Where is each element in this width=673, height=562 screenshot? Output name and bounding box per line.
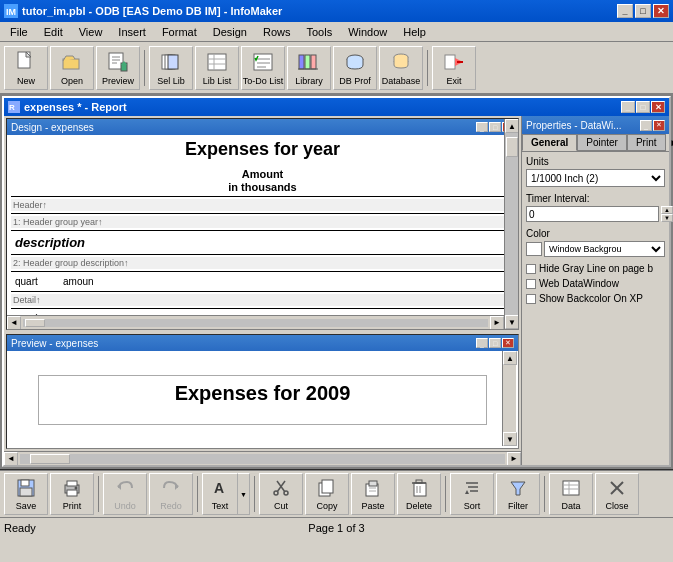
preview-close[interactable]: ✕: [502, 338, 514, 348]
text-button[interactable]: A Text: [202, 473, 238, 515]
menu-rows[interactable]: Rows: [255, 24, 299, 40]
vscroll-thumb[interactable]: [506, 137, 518, 157]
exit-button[interactable]: Exit: [432, 46, 476, 90]
cut-button[interactable]: Cut: [259, 473, 303, 515]
preview-vscroll-down[interactable]: ▼: [503, 432, 517, 446]
show-backcolor-checkbox[interactable]: [526, 294, 536, 304]
quart-row: quart amoun: [11, 274, 514, 289]
preview-vscrollbar[interactable]: ▲ ▼: [502, 351, 516, 446]
menu-view[interactable]: View: [71, 24, 111, 40]
cut-label: Cut: [274, 501, 288, 511]
svg-point-46: [284, 491, 288, 495]
data-button[interactable]: Data: [549, 473, 593, 515]
report-window: R expenses * - Report _ □ ✕ Design - exp…: [2, 96, 671, 467]
main-hscroll-thumb[interactable]: [30, 454, 70, 464]
svg-marker-62: [511, 482, 525, 495]
database-button[interactable]: Database: [379, 46, 423, 90]
timer-down[interactable]: ▼: [661, 214, 673, 222]
todo-label: To-Do List: [243, 76, 284, 86]
menu-insert[interactable]: Insert: [110, 24, 154, 40]
redo-button[interactable]: Redo: [149, 473, 193, 515]
report-maximize[interactable]: □: [636, 101, 650, 113]
menu-design[interactable]: Design: [205, 24, 255, 40]
maximize-button[interactable]: □: [635, 4, 651, 18]
database-label: Database: [382, 76, 421, 86]
props-close[interactable]: ✕: [653, 120, 665, 131]
design-minimize[interactable]: _: [476, 122, 488, 132]
hscroll-thumb[interactable]: [25, 319, 45, 327]
design-maximize[interactable]: □: [489, 122, 501, 132]
vscroll-up[interactable]: ▲: [505, 119, 519, 133]
timer-row: Timer Interval: ▲ ▼: [526, 193, 665, 222]
hide-gray-checkbox[interactable]: [526, 264, 536, 274]
design-vscrollbar[interactable]: ▲ ▼: [504, 119, 518, 329]
todo-button[interactable]: To-Do List: [241, 46, 285, 90]
lib-list-button[interactable]: Lib List: [195, 46, 239, 90]
library-button[interactable]: Library: [287, 46, 331, 90]
text-dropdown[interactable]: ▼: [238, 473, 250, 515]
vscroll-down[interactable]: ▼: [505, 315, 519, 329]
props-minimize[interactable]: _: [640, 120, 652, 131]
minimize-button[interactable]: _: [617, 4, 633, 18]
header-band-label: Header↑: [11, 199, 514, 211]
menu-edit[interactable]: Edit: [36, 24, 71, 40]
left-panel-hscrollbar[interactable]: ◄ ►: [4, 451, 521, 465]
report-title-text: expenses * - Report: [24, 101, 127, 113]
sel-lib-button[interactable]: Sel Lib: [149, 46, 193, 90]
close-bottom-button[interactable]: Close: [595, 473, 639, 515]
web-dw-checkbox[interactable]: [526, 279, 536, 289]
new-button[interactable]: New: [4, 46, 48, 90]
sort-button[interactable]: Sort: [450, 473, 494, 515]
db-prof-button[interactable]: DB Prof: [333, 46, 377, 90]
database-icon: [389, 50, 413, 74]
menu-help[interactable]: Help: [395, 24, 434, 40]
header-group-year-label: 1: Header group year↑: [11, 216, 514, 228]
save-button[interactable]: Save: [4, 473, 48, 515]
print-button[interactable]: Print: [50, 473, 94, 515]
menu-format[interactable]: Format: [154, 24, 205, 40]
preview-minimize[interactable]: _: [476, 338, 488, 348]
open-button[interactable]: Open: [50, 46, 94, 90]
menu-file[interactable]: File: [2, 24, 36, 40]
tab-more[interactable]: ►: [666, 134, 674, 151]
paste-button[interactable]: Paste: [351, 473, 395, 515]
timer-spin: ▲ ▼: [661, 206, 673, 222]
tab-print[interactable]: Print: [627, 134, 666, 151]
undo-button[interactable]: Undo: [103, 473, 147, 515]
color-select[interactable]: Window Backgrou: [544, 241, 665, 257]
preview-vscroll-up[interactable]: ▲: [503, 351, 517, 365]
units-select[interactable]: 1/1000 Inch (2): [526, 169, 665, 187]
amount-line1: Amount: [11, 168, 514, 181]
tab-general[interactable]: General: [522, 134, 577, 151]
hscroll-right[interactable]: ►: [490, 316, 504, 330]
open-label: Open: [61, 76, 83, 86]
color-swatch[interactable]: [526, 242, 542, 256]
hscroll-left[interactable]: ◄: [7, 316, 21, 330]
preview-maximize[interactable]: □: [489, 338, 501, 348]
main-hscroll-right[interactable]: ►: [507, 452, 521, 466]
filter-button[interactable]: Filter: [496, 473, 540, 515]
report-close[interactable]: ✕: [651, 101, 665, 113]
paste-icon: [363, 478, 383, 500]
paste-label: Paste: [361, 501, 384, 511]
preview-button[interactable]: Preview: [96, 46, 140, 90]
properties-panel: Properties - DataWi... _ ✕ General Point…: [521, 116, 669, 465]
preview-content: Expenses for 2009: [7, 351, 518, 448]
preview-title-text: Preview - expenses: [11, 338, 98, 349]
web-dw-label: Web DataWindow: [539, 278, 619, 289]
close-button[interactable]: ✕: [653, 4, 669, 18]
checkbox-hide-gray: Hide Gray Line on page b: [526, 263, 665, 274]
tab-pointer[interactable]: Pointer: [577, 134, 627, 151]
svg-rect-28: [445, 55, 455, 69]
main-hscroll-left[interactable]: ◄: [4, 452, 18, 466]
copy-button[interactable]: Copy: [305, 473, 349, 515]
db-prof-label: DB Prof: [339, 76, 371, 86]
timer-input[interactable]: [526, 206, 659, 222]
timer-up[interactable]: ▲: [661, 206, 673, 214]
design-hscrollbar[interactable]: ◄ ►: [7, 315, 504, 329]
status-ready: Ready: [4, 522, 36, 534]
menu-tools[interactable]: Tools: [298, 24, 340, 40]
menu-window[interactable]: Window: [340, 24, 395, 40]
report-minimize[interactable]: _: [621, 101, 635, 113]
delete-button[interactable]: Delete: [397, 473, 441, 515]
